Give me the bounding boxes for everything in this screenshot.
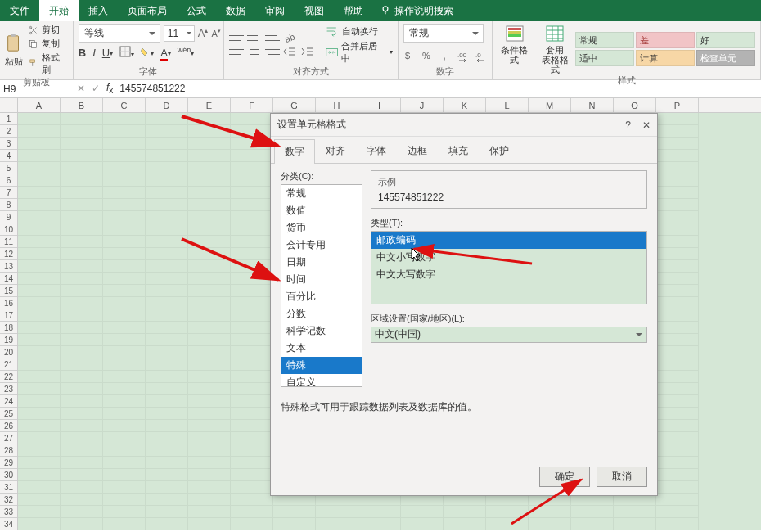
category-item[interactable]: 文本 xyxy=(281,340,362,357)
borders-button[interactable]: ▾ xyxy=(119,46,134,60)
col-header-M[interactable]: M xyxy=(529,98,571,112)
row-header[interactable]: 22 xyxy=(0,371,17,383)
category-list[interactable]: 常规数值货币会计专用日期时间百分比分数科学记数文本特殊自定义 xyxy=(281,184,362,387)
dlg-tab-font[interactable]: 字体 xyxy=(356,138,397,163)
row-header[interactable]: 25 xyxy=(0,408,17,420)
category-item[interactable]: 自定义 xyxy=(281,374,362,387)
cancel-formula-icon[interactable]: ✕ xyxy=(77,83,85,94)
dlg-tab-alignment[interactable]: 对齐 xyxy=(315,138,356,163)
phonetic-button[interactable]: wén▾ xyxy=(178,46,195,59)
row-header[interactable]: 32 xyxy=(0,494,17,506)
style-normal[interactable]: 常规 xyxy=(575,32,634,48)
dlg-tab-fill[interactable]: 填充 xyxy=(438,138,479,163)
row-header[interactable]: 11 xyxy=(0,236,17,248)
tab-formulas[interactable]: 公式 xyxy=(177,0,216,21)
tell-me[interactable]: 操作说明搜索 xyxy=(380,0,453,21)
category-item[interactable]: 数值 xyxy=(281,202,362,219)
help-icon[interactable]: ? xyxy=(625,119,631,131)
col-header-G[interactable]: G xyxy=(273,98,316,112)
row-header[interactable]: 6 xyxy=(0,174,17,187)
row-header[interactable]: 23 xyxy=(0,383,17,395)
accounting-format-icon[interactable]: $ xyxy=(403,49,417,62)
comma-format-icon[interactable]: , xyxy=(439,49,453,62)
row-header[interactable]: 16 xyxy=(0,297,17,309)
col-header-I[interactable]: I xyxy=(358,98,401,112)
category-item[interactable]: 特殊 xyxy=(281,357,362,374)
col-header-D[interactable]: D xyxy=(146,98,188,112)
enter-formula-icon[interactable]: ✓ xyxy=(92,83,100,94)
row-header[interactable]: 29 xyxy=(0,457,17,469)
row-header[interactable]: 17 xyxy=(0,309,17,322)
font-size-select[interactable]: 11 xyxy=(164,25,195,42)
type-item[interactable]: 中文大写数字 xyxy=(371,266,646,283)
underline-button[interactable]: U▾ xyxy=(102,47,113,59)
style-bad[interactable]: 差 xyxy=(636,32,695,48)
font-color-button[interactable]: A▾ xyxy=(160,47,171,59)
tab-pagelayout[interactable]: 页面布局 xyxy=(118,0,177,21)
row-header[interactable]: 18 xyxy=(0,322,17,334)
align-top[interactable] xyxy=(229,32,244,43)
fx-icon[interactable]: fx xyxy=(106,82,113,95)
col-header-A[interactable]: A xyxy=(18,98,61,112)
category-item[interactable]: 常规 xyxy=(281,185,362,202)
row-header[interactable]: 34 xyxy=(0,518,17,530)
tab-review[interactable]: 审阅 xyxy=(255,0,295,21)
tab-insert[interactable]: 插入 xyxy=(79,0,118,21)
type-list[interactable]: 邮政编码中文小写数字中文大写数字 xyxy=(371,231,647,304)
number-format-select[interactable]: 常规 xyxy=(403,24,484,43)
tab-data[interactable]: 数据 xyxy=(216,0,255,21)
row-header[interactable]: 13 xyxy=(0,260,17,273)
italic-button[interactable]: I xyxy=(92,47,96,59)
category-item[interactable]: 科学记数 xyxy=(281,322,362,340)
orientation-button[interactable]: ab xyxy=(283,32,301,43)
style-calculation[interactable]: 计算 xyxy=(636,50,695,66)
dlg-tab-number[interactable]: 数字 xyxy=(274,139,315,164)
row-header[interactable]: 10 xyxy=(0,223,17,236)
category-item[interactable]: 会计专用 xyxy=(281,237,362,254)
decrease-indent[interactable] xyxy=(283,46,298,57)
col-header-K[interactable]: K xyxy=(444,98,486,112)
tab-home[interactable]: 开始 xyxy=(39,0,79,21)
align-middle[interactable] xyxy=(247,32,262,43)
copy-button[interactable]: 复制 xyxy=(28,38,68,50)
col-header-O[interactable]: O xyxy=(614,98,656,112)
row-header[interactable]: 7 xyxy=(0,187,17,199)
increase-decimal-icon[interactable]: .00 xyxy=(457,49,471,62)
row-header[interactable]: 4 xyxy=(0,150,17,162)
format-painter-button[interactable]: 格式刷 xyxy=(28,52,68,76)
decrease-decimal-icon[interactable]: .0 xyxy=(475,49,489,62)
cell-styles-gallery[interactable]: 常规 差 好 适中 计算 检查单元 xyxy=(575,32,755,66)
increase-font-icon[interactable]: A▴ xyxy=(198,27,209,39)
dlg-tab-border[interactable]: 边框 xyxy=(397,138,438,163)
row-header[interactable]: 20 xyxy=(0,346,17,358)
col-header-N[interactable]: N xyxy=(571,98,614,112)
type-item[interactable]: 邮政编码 xyxy=(371,232,646,249)
col-header-B[interactable]: B xyxy=(61,98,103,112)
row-header[interactable]: 33 xyxy=(0,506,17,518)
tab-help[interactable]: 帮助 xyxy=(334,0,373,21)
col-header-J[interactable]: J xyxy=(401,98,444,112)
row-header[interactable]: 19 xyxy=(0,334,17,346)
tab-view[interactable]: 视图 xyxy=(295,0,334,21)
col-header-C[interactable]: C xyxy=(103,98,146,112)
row-header[interactable]: 1 xyxy=(0,113,17,125)
row-header[interactable]: 31 xyxy=(0,481,17,494)
row-header[interactable]: 5 xyxy=(0,162,17,174)
row-header[interactable]: 12 xyxy=(0,248,17,260)
decrease-font-icon[interactable]: A▾ xyxy=(211,28,220,38)
row-header[interactable]: 14 xyxy=(0,273,17,285)
dlg-tab-protection[interactable]: 保护 xyxy=(479,138,520,163)
conditional-format-button[interactable]: 条件格式 xyxy=(498,24,531,74)
align-right[interactable] xyxy=(265,46,280,57)
row-header[interactable]: 28 xyxy=(0,444,17,457)
align-center[interactable] xyxy=(247,46,262,57)
formula-bar[interactable]: 145574851222 xyxy=(119,83,185,94)
cut-button[interactable]: 剪切 xyxy=(28,24,68,36)
select-all-corner[interactable] xyxy=(0,98,18,112)
tab-file[interactable]: 文件 xyxy=(0,0,39,21)
style-good[interactable]: 好 xyxy=(696,32,755,48)
font-name-select[interactable]: 等线 xyxy=(79,24,160,43)
paste-button[interactable]: 粘贴 xyxy=(5,33,23,68)
locale-select[interactable]: 中文(中国) xyxy=(371,327,647,343)
style-check-cell[interactable]: 检查单元 xyxy=(696,50,755,66)
